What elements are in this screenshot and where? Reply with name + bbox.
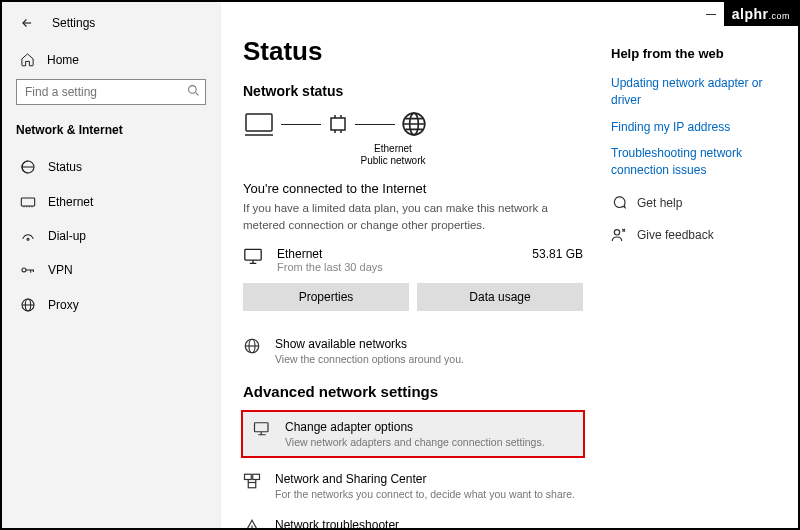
svg-rect-16 <box>253 474 260 479</box>
app-title: Settings <box>52 16 95 30</box>
data-usage-button[interactable]: Data usage <box>417 283 583 311</box>
sidebar-item-dialup[interactable]: Dial-up <box>2 219 220 253</box>
sharing-sub: For the networks you connect to, decide … <box>275 488 575 500</box>
svg-rect-2 <box>21 198 34 206</box>
svg-rect-17 <box>248 482 256 487</box>
troubleshooter-title: Network troubleshooter <box>275 518 442 529</box>
warning-icon <box>243 518 261 529</box>
adapter-usage: 53.81 GB <box>532 247 583 261</box>
properties-button[interactable]: Properties <box>243 283 409 311</box>
adapter-options-title: Change adapter options <box>285 420 545 434</box>
chat-icon <box>611 195 627 211</box>
nav-label: VPN <box>48 263 73 277</box>
adapter-icon <box>327 113 349 135</box>
get-help-link[interactable]: Get help <box>611 195 776 211</box>
sharing-center-item[interactable]: Network and Sharing Center For the netwo… <box>243 472 583 500</box>
sidebar: Settings Home Network & Internet Status <box>2 2 221 528</box>
give-feedback-link[interactable]: Give feedback <box>611 227 776 243</box>
monitor-icon <box>243 247 263 265</box>
svg-point-3 <box>27 238 29 240</box>
watermark: alphr.com <box>724 2 798 26</box>
nav-label: Dial-up <box>48 229 86 243</box>
diagram-label: Ethernet Public network <box>293 143 493 167</box>
troubleshooter-item[interactable]: Network troubleshooter Diagnose and fix … <box>243 518 583 529</box>
pc-icon <box>243 111 275 137</box>
sharing-title: Network and Sharing Center <box>275 472 575 486</box>
connected-title: You're connected to the Internet <box>243 181 583 196</box>
connected-desc: If you have a limited data plan, you can… <box>243 200 583 235</box>
sidebar-item-status[interactable]: Status <box>2 149 220 185</box>
svg-rect-7 <box>246 114 272 131</box>
globe-icon <box>401 111 427 137</box>
svg-point-4 <box>22 268 26 272</box>
proxy-icon <box>20 297 36 313</box>
nav-label: Proxy <box>48 298 79 312</box>
back-icon[interactable] <box>20 16 34 30</box>
show-networks-sub: View the connection options around you. <box>275 353 464 365</box>
help-link-adapter[interactable]: Updating network adapter or driver <box>611 75 776 109</box>
svg-point-18 <box>614 230 619 235</box>
help-link-troubleshoot[interactable]: Troubleshooting network connection issue… <box>611 145 776 179</box>
network-diagram <box>243 111 583 137</box>
svg-rect-15 <box>245 474 252 479</box>
sidebar-item-proxy[interactable]: Proxy <box>2 287 220 323</box>
help-title: Help from the web <box>611 46 776 61</box>
nav-label: Status <box>48 160 82 174</box>
dialup-icon <box>20 229 36 243</box>
category-label: Network & Internet <box>2 119 220 149</box>
feedback-icon <box>611 227 627 243</box>
sharing-icon <box>243 472 261 490</box>
nav-label: Ethernet <box>48 195 93 209</box>
adapter-options-icon <box>253 420 271 436</box>
status-icon <box>20 159 36 175</box>
ethernet-icon <box>20 195 36 209</box>
search-input[interactable] <box>16 79 206 105</box>
home-nav[interactable]: Home <box>2 44 220 79</box>
advanced-title: Advanced network settings <box>243 383 583 400</box>
home-icon <box>20 52 35 67</box>
svg-rect-8 <box>331 118 345 130</box>
show-networks-title: Show available networks <box>275 337 464 351</box>
svg-rect-11 <box>245 249 261 260</box>
vpn-icon <box>20 264 36 276</box>
adapter-sub: From the last 30 days <box>277 261 383 273</box>
minimize-button[interactable] <box>706 14 716 15</box>
svg-point-0 <box>189 86 197 94</box>
home-label: Home <box>47 53 79 67</box>
globe-icon <box>243 337 261 355</box>
sidebar-item-vpn[interactable]: VPN <box>2 253 220 287</box>
svg-rect-14 <box>255 422 269 431</box>
adapter-name: Ethernet <box>277 247 383 261</box>
sidebar-item-ethernet[interactable]: Ethernet <box>2 185 220 219</box>
page-title: Status <box>243 36 583 67</box>
adapter-options-sub: View network adapters and change connect… <box>285 436 545 448</box>
change-adapter-options-item[interactable]: Change adapter options View network adap… <box>241 410 585 458</box>
section-network-status: Network status <box>243 83 583 99</box>
show-networks-item[interactable]: Show available networks View the connect… <box>243 337 583 365</box>
search-icon <box>187 84 200 100</box>
help-link-ip[interactable]: Finding my IP address <box>611 119 776 136</box>
